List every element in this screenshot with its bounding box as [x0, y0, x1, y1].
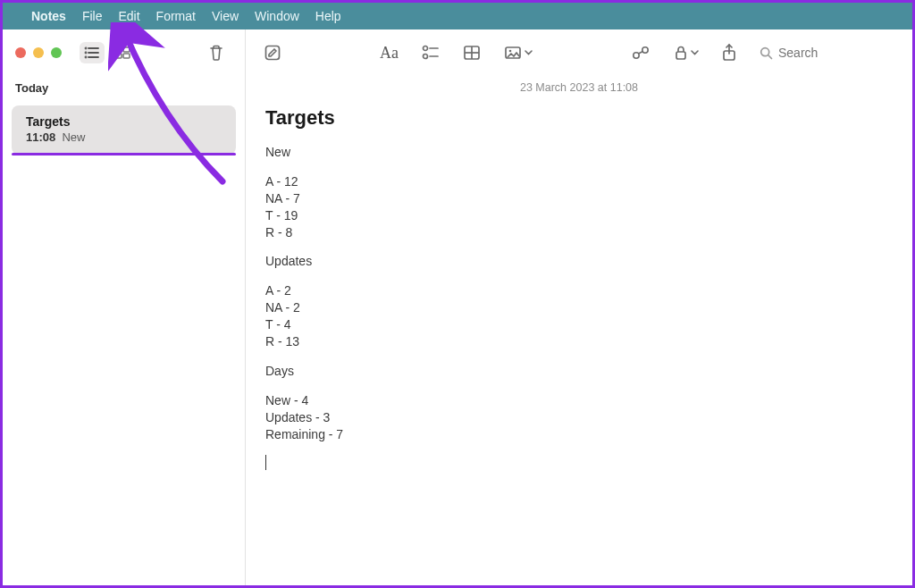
checklist-button[interactable] [422, 45, 440, 61]
format-button[interactable]: Aa [380, 44, 399, 63]
svg-point-24 [761, 47, 769, 55]
chevron-down-icon [525, 50, 533, 55]
close-window-button[interactable] [15, 47, 26, 58]
svg-line-25 [768, 55, 772, 59]
compose-button[interactable] [264, 44, 281, 62]
menu-help[interactable]: Help [315, 9, 341, 23]
svg-point-20 [634, 53, 639, 58]
search-input[interactable] [778, 46, 894, 60]
svg-point-4 [86, 53, 87, 54]
search-field[interactable] [760, 46, 894, 60]
menu-notes[interactable]: Notes [31, 9, 66, 23]
editor-pane: Aa [246, 29, 912, 585]
svg-rect-10 [266, 46, 280, 60]
note-body-block: Updates [265, 253, 893, 270]
svg-rect-22 [676, 52, 685, 59]
svg-rect-7 [123, 47, 130, 52]
menu-view[interactable]: View [212, 9, 239, 23]
editor-toolbar: Aa [246, 29, 912, 76]
svg-rect-9 [123, 54, 130, 58]
notes-sidebar: Today Targets 11:08 New [3, 29, 246, 585]
lock-button[interactable] [674, 45, 699, 61]
menu-format[interactable]: Format [156, 9, 196, 23]
table-button[interactable] [463, 45, 481, 61]
note-title: Targets [265, 106, 893, 130]
note-editor[interactable]: Targets New A - 12 NA - 7 T - 19 R - 8 U… [246, 94, 912, 471]
minimize-window-button[interactable] [33, 47, 44, 58]
sidebar-toolbar [3, 29, 245, 76]
list-view-button[interactable] [80, 42, 105, 63]
menu-window[interactable]: Window [255, 9, 299, 23]
note-body-block: New - 4 Updates - 3 Remaining - 7 [265, 392, 893, 443]
fullscreen-window-button[interactable] [51, 47, 62, 58]
note-body-block: A - 2 NA - 2 T - 4 R - 13 [265, 282, 893, 350]
gallery-view-button[interactable] [110, 42, 135, 63]
search-icon [760, 46, 773, 60]
note-item-preview: New [62, 130, 85, 144]
link-button[interactable] [631, 45, 651, 61]
selection-underline [12, 153, 236, 155]
svg-point-3 [86, 48, 87, 49]
share-button[interactable] [722, 44, 736, 62]
media-button[interactable] [504, 46, 533, 60]
text-cursor [265, 455, 266, 470]
menu-edit[interactable]: Edit [118, 9, 139, 23]
delete-note-button[interactable] [204, 42, 229, 63]
svg-point-11 [424, 46, 428, 51]
note-list-item[interactable]: Targets 11:08 New [12, 105, 236, 155]
note-body-block: New [265, 144, 893, 161]
svg-point-19 [509, 50, 512, 53]
note-item-time: 11:08 [26, 130, 55, 144]
section-header: Today [3, 76, 245, 100]
note-item-title: Targets [26, 114, 222, 129]
note-body-block: A - 12 NA - 7 T - 19 R - 8 [265, 173, 893, 241]
svg-point-5 [86, 57, 87, 58]
window-controls [15, 47, 62, 58]
macos-menubar: Notes File Edit Format View Window Help [3, 3, 912, 29]
note-timestamp: 23 March 2023 at 11:08 [246, 81, 912, 94]
note-item-meta: 11:08 New [26, 130, 222, 144]
svg-point-13 [424, 55, 428, 59]
svg-rect-8 [115, 54, 122, 58]
menu-file[interactable]: File [82, 9, 103, 23]
note-body-block: Days [265, 363, 893, 380]
chevron-down-icon [691, 50, 699, 55]
svg-rect-6 [115, 47, 122, 52]
